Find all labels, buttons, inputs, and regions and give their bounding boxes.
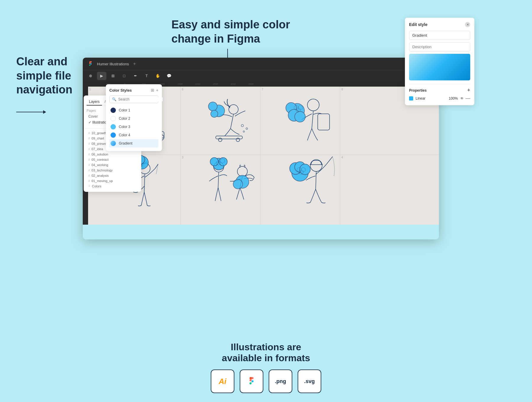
color-item-1[interactable]: Color 1 xyxy=(109,106,158,114)
layer-name: Colors xyxy=(92,184,101,188)
layer-name: 03_technology xyxy=(92,168,113,172)
grid-num-1: 5 xyxy=(89,88,91,91)
color-styles-title: Color Styles xyxy=(109,88,132,93)
property-type-label: Linear xyxy=(416,96,446,100)
pen-icon: ✒ xyxy=(132,73,138,79)
color-item-2[interactable]: Color 2 xyxy=(109,114,158,123)
svg-point-17 xyxy=(241,124,244,127)
layer-05-contract[interactable]: # 05_contract xyxy=(87,157,138,162)
color-search-input[interactable] xyxy=(118,97,163,101)
format-badges-container: Ai .png .svg xyxy=(211,369,321,393)
svg-rect-21 xyxy=(318,114,330,130)
ruler-mark: 1000 xyxy=(160,83,177,85)
format-badge-svg: .svg xyxy=(298,369,321,393)
toolbar-comment-group[interactable]: 💬 xyxy=(164,72,174,80)
grid-view-icon[interactable]: ⊞ xyxy=(151,88,154,93)
hash-icon: # xyxy=(88,153,90,156)
dots-icon: ⠿ xyxy=(88,185,90,188)
color-swatch-4 xyxy=(111,132,116,138)
svg-point-12 xyxy=(236,138,240,142)
color-swatch-1 xyxy=(111,108,116,113)
figma-logo-badge xyxy=(246,376,257,387)
text-icon: T xyxy=(144,73,150,79)
color-swatch-2 xyxy=(111,116,116,121)
gradient-name-input[interactable] xyxy=(409,31,470,40)
navigation-arrow xyxy=(16,112,75,112)
eye-icon[interactable]: 👁 xyxy=(460,96,464,100)
layer-name: 09_chart xyxy=(92,137,104,140)
color-swatch-gradient xyxy=(111,141,116,146)
svg-point-39 xyxy=(237,166,247,176)
toolbar-select-group[interactable]: ▶ xyxy=(97,72,106,80)
layer-03-technology[interactable]: # 03_technology xyxy=(87,168,138,173)
color-item-4[interactable]: Color 4 xyxy=(109,131,158,139)
format-badge-ai: Ai xyxy=(211,369,234,393)
toolbar-hand-group[interactable]: ✋ xyxy=(153,72,163,80)
left-title: Clear and simple file navigation xyxy=(16,55,75,97)
layer-04-working[interactable]: # 04_working xyxy=(87,162,138,168)
layer-name: 06_solution xyxy=(92,153,108,156)
toolbar-text-group[interactable]: T xyxy=(142,72,151,80)
add-color-button[interactable]: + xyxy=(156,88,158,93)
properties-section: Properties + Linear 100% 👁 — xyxy=(409,84,470,101)
grid-num-4: 8 xyxy=(341,88,343,91)
toolbar-frame-group[interactable]: ⊞ xyxy=(108,72,118,80)
frame-icon: ⊞ xyxy=(110,73,116,79)
close-button[interactable]: ✕ xyxy=(465,22,470,27)
toolbar-move-group[interactable]: ⊕ xyxy=(86,72,95,80)
color-name-4: Color 4 xyxy=(119,133,130,137)
add-property-button[interactable]: + xyxy=(467,87,470,93)
color-name-gradient: Gradient xyxy=(119,141,132,145)
illustration-two-people xyxy=(192,149,263,210)
gradient-preview xyxy=(409,54,470,80)
layers-tab[interactable]: Layers xyxy=(87,98,102,106)
figma-titlebar: Humer Illustrations + xyxy=(83,58,439,70)
move-icon: ⊕ xyxy=(87,73,93,79)
svg-point-18 xyxy=(246,128,248,129)
toolbar-pen-group[interactable]: ✒ xyxy=(131,72,140,80)
edit-style-header: Edit style ✕ xyxy=(409,22,470,27)
hash-icon: # xyxy=(88,132,90,135)
grid-line-v1 xyxy=(180,87,181,225)
property-color-swatch xyxy=(409,96,413,100)
comment-icon: 💬 xyxy=(166,73,172,79)
remove-property-button[interactable]: — xyxy=(466,96,470,101)
ruler-mark: 2500 xyxy=(213,83,231,85)
property-icons: 👁 — xyxy=(460,96,470,101)
ruler-mark: 2000 xyxy=(195,83,213,85)
color-swatch-3 xyxy=(111,124,116,129)
hash-icon: # xyxy=(88,158,90,161)
new-tab-button[interactable]: + xyxy=(133,61,136,67)
figma-file-name: Humer Illustrations xyxy=(97,62,129,66)
color-name-2: Color 2 xyxy=(119,116,130,121)
shapes-icon: □ xyxy=(121,73,127,79)
search-icon: 🔍 xyxy=(112,97,116,101)
layer-06-solution[interactable]: # 06_solution xyxy=(87,152,138,157)
layer-name: 05_contract xyxy=(92,158,108,161)
illustration-falling xyxy=(192,93,257,147)
layer-01-moving-up[interactable]: # 01_moving_up xyxy=(87,178,138,184)
description-input[interactable] xyxy=(409,42,470,51)
top-center-heading: Easy and simple color change in Figma xyxy=(171,18,296,46)
layer-name: 04_working xyxy=(92,163,108,167)
ruler-mark: 3000 xyxy=(231,83,248,85)
properties-header: Properties + xyxy=(409,87,470,93)
hash-icon: # xyxy=(88,147,90,151)
color-search-bar[interactable]: 🔍 xyxy=(109,95,158,103)
format-label-svg: .svg xyxy=(304,378,315,385)
layer-name: 07_idea xyxy=(92,147,103,151)
layer-name: 02_analysis xyxy=(92,174,109,177)
layer-02-analysis[interactable]: # 02_analysis xyxy=(87,173,138,178)
toolbar-shapes-group[interactable]: □ xyxy=(119,72,129,80)
svg-point-25 xyxy=(295,111,305,122)
color-item-gradient[interactable]: Gradient xyxy=(109,139,158,147)
color-item-3[interactable]: Color 3 xyxy=(109,123,158,131)
left-navigation-text: Clear and simple file navigation xyxy=(16,55,75,112)
svg-point-19 xyxy=(243,131,245,132)
svg-point-41 xyxy=(233,179,243,189)
properties-label: Properties xyxy=(409,88,426,93)
grid-num-2: 6 xyxy=(182,88,184,91)
layer-colors[interactable]: ⠿ Colors xyxy=(87,184,138,189)
svg-point-13 xyxy=(229,105,238,114)
figma-logo xyxy=(87,60,94,67)
